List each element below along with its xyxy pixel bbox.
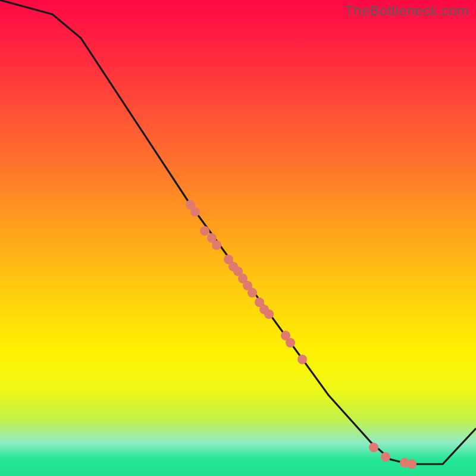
data-point	[212, 240, 221, 250]
data-point	[286, 338, 295, 347]
bottleneck-chart: TheBottleneck.com	[0, 0, 476, 476]
data-point	[298, 355, 307, 364]
data-point	[381, 452, 390, 462]
watermark-label: TheBottleneck.com	[345, 2, 469, 19]
data-point	[190, 207, 200, 217]
data-point	[248, 288, 257, 298]
data-points	[186, 200, 416, 469]
data-point	[200, 226, 209, 236]
chart-overlay	[0, 0, 476, 476]
bottleneck-curve	[0, 0, 476, 464]
data-point	[264, 309, 274, 319]
data-point	[407, 459, 416, 469]
data-point	[369, 443, 378, 452]
